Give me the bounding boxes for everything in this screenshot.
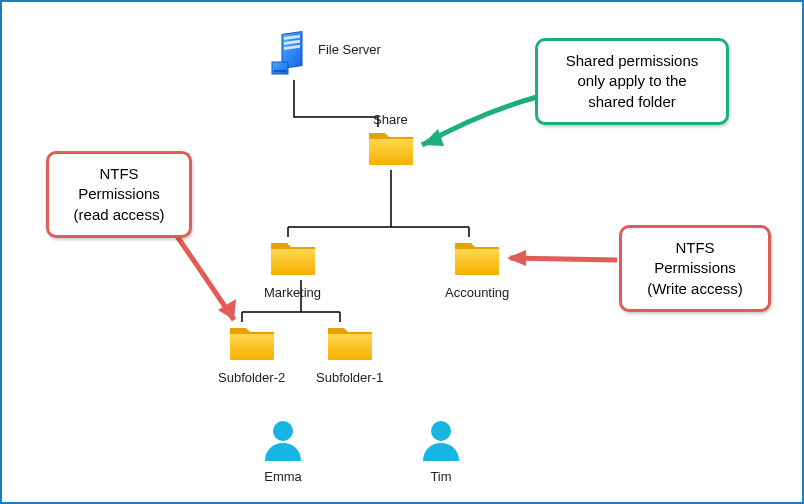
- svg-rect-12: [230, 334, 274, 360]
- folder-icon: [367, 127, 415, 167]
- folder-subfolder-1-label: Subfolder-1: [316, 370, 383, 385]
- folder-subfolder-2-label: Subfolder-2: [218, 370, 285, 385]
- user-emma-label: Emma: [261, 469, 305, 484]
- callout-line: (Write access): [647, 280, 743, 297]
- callout-line: only apply to the: [577, 72, 686, 89]
- svg-point-14: [273, 421, 293, 441]
- folder-marketing: Marketing: [264, 237, 321, 300]
- svg-marker-0: [422, 129, 444, 146]
- folder-subfolder-2: Subfolder-2: [218, 322, 285, 385]
- callout-line: Permissions: [78, 185, 160, 202]
- file-server-label: File Server: [318, 42, 381, 57]
- folder-accounting: Accounting: [445, 237, 509, 300]
- user-emma: Emma: [261, 417, 305, 484]
- callout-line: NTFS: [675, 239, 714, 256]
- file-server-node: [270, 30, 310, 82]
- folder-share-label: Share: [373, 112, 408, 127]
- diagram-canvas: File Server Share Marketing Accounting S…: [0, 0, 804, 504]
- callout-shared-permissions: Shared permissions only apply to the sha…: [535, 38, 729, 125]
- callout-line: (read access): [74, 206, 165, 223]
- folder-share: [367, 127, 415, 171]
- callout-line: NTFS: [99, 165, 138, 182]
- svg-point-15: [431, 421, 451, 441]
- server-icon: [270, 30, 310, 78]
- callout-line: shared folder: [588, 93, 676, 110]
- svg-marker-1: [218, 299, 236, 320]
- user-tim-label: Tim: [419, 469, 463, 484]
- svg-rect-7: [272, 62, 288, 74]
- folder-icon: [453, 237, 501, 277]
- user-tim: Tim: [419, 417, 463, 484]
- svg-rect-10: [271, 249, 315, 275]
- svg-marker-2: [507, 250, 526, 266]
- user-icon: [419, 417, 463, 461]
- svg-rect-13: [328, 334, 372, 360]
- folder-marketing-label: Marketing: [264, 285, 321, 300]
- svg-rect-8: [274, 70, 286, 72]
- callout-ntfs-write: NTFS Permissions (Write access): [619, 225, 771, 312]
- callout-line: Permissions: [654, 259, 736, 276]
- callout-line: Shared permissions: [566, 52, 699, 69]
- folder-subfolder-1: Subfolder-1: [316, 322, 383, 385]
- folder-accounting-label: Accounting: [445, 285, 509, 300]
- folder-icon: [326, 322, 374, 362]
- svg-rect-9: [369, 139, 413, 165]
- folder-icon: [269, 237, 317, 277]
- callout-ntfs-read: NTFS Permissions (read access): [46, 151, 192, 238]
- folder-icon: [228, 322, 276, 362]
- svg-rect-11: [455, 249, 499, 275]
- user-icon: [261, 417, 305, 461]
